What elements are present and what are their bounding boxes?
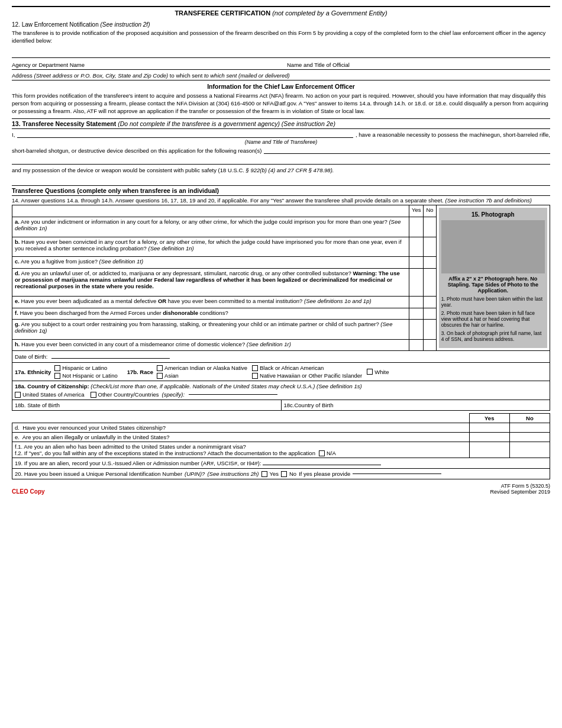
section12-label: 12. Law Enforcement Notification (See in…	[12, 21, 550, 28]
q-d-text: d. Are you an unlawful user of, or addic…	[12, 268, 409, 296]
f2-na-checkbox[interactable]	[319, 450, 325, 456]
transferee-questions-header: Transferee Questions (complete only when…	[12, 185, 550, 196]
usa-checkbox[interactable]	[15, 392, 21, 398]
q-a-text: a. Are you under indictment or informati…	[12, 217, 409, 237]
agency-field: Agency or Department Name	[12, 62, 275, 68]
q-d-no	[424, 268, 436, 296]
title-bold: TRANSFEREE CERTIFICATION	[175, 9, 270, 17]
white-checkbox[interactable]	[367, 369, 373, 375]
q-le-no	[509, 433, 550, 442]
section12-para: The transferee is to provide notificatio…	[12, 29, 550, 45]
q-f-yes	[409, 308, 424, 320]
white-checkbox-item[interactable]: White	[367, 369, 389, 375]
asian-checkbox-item[interactable]: Asian	[157, 372, 247, 379]
q-f-no	[424, 308, 436, 320]
page-title: TRANSFEREE CERTIFICATION (not completed …	[12, 6, 550, 18]
title-italic: (not completed by a Government Entity)	[272, 9, 387, 17]
q20-row: 20. Have you been issued a Unique Person…	[12, 469, 550, 479]
photo-note-2: 2. Photo must have been taken in full fa…	[441, 310, 545, 328]
no-header: No	[424, 205, 436, 217]
other-country-checkbox[interactable]	[91, 392, 96, 398]
photo-note-3: 3. On back of photograph print full name…	[441, 330, 545, 342]
address-row: Address (Street address or P.O. Box, Cit…	[12, 70, 550, 80]
q-e-no	[424, 296, 436, 308]
q-lf-yes	[469, 442, 509, 458]
cleo-copy: CLEO Copy	[12, 488, 45, 495]
q-ld-yes	[469, 423, 509, 433]
lower-questions-table: Yes No d. Have you ever renounced your U…	[12, 413, 550, 458]
q-h-yes	[409, 339, 424, 351]
info-box-para: This form provides notification of the t…	[12, 92, 550, 115]
other-country-checkbox-item[interactable]: Other Country/Countries (specify):	[91, 391, 278, 398]
section13-header: 13. Transferee Necessity Statement (Do n…	[12, 118, 550, 129]
american-indian-checkbox-item[interactable]: American Indian or Alaska Native	[157, 365, 247, 371]
q-ld-text: d. Have you ever renounced your United S…	[12, 423, 470, 433]
no-col-header: No	[509, 414, 550, 423]
atf-form-info: ATF Form 5 (5320.5) Revised September 20…	[490, 483, 550, 495]
q-c-yes	[409, 257, 424, 269]
race-checkboxes[interactable]: American Indian or Alaska Native Asian B…	[157, 365, 547, 379]
q-h-no	[424, 339, 436, 351]
q-a-yes	[409, 217, 424, 237]
q-ld-no	[509, 423, 550, 433]
citizenship-checkboxes: United States of America Other Country/C…	[15, 391, 547, 398]
black-checkbox-item[interactable]: Black or African American	[252, 365, 362, 371]
q-c-text: c. Are you a fugitive from justice? (See…	[12, 257, 409, 269]
birth-row: 18b. State of Birth 18c.Country of Birth	[12, 400, 550, 411]
q-b-yes	[409, 237, 424, 256]
q-le-text: e. Are you an alien illegally or unlawfu…	[12, 433, 470, 442]
photo-box: 15. Photograph Affix a 2" x 2" Photograp…	[439, 208, 547, 348]
info-box-title: Information for the Chief Law Enforcemen…	[12, 83, 550, 90]
q20-no-checkbox[interactable]	[281, 471, 287, 477]
q-g-yes	[409, 320, 424, 339]
yes-header: Yes	[409, 205, 424, 217]
q20-yes-checkbox[interactable]	[261, 471, 267, 477]
q-c-no	[424, 257, 436, 269]
official-field: Name and Title of Official	[287, 62, 550, 68]
native-hawaiian-checkbox[interactable]	[252, 373, 258, 379]
q-lf-text: f.1. Are you an alien who has been admit…	[12, 442, 470, 458]
table-row: e. Are you an alien illegally or unlawfu…	[12, 433, 550, 442]
name-subtitle: (Name and Title of Transferee)	[12, 139, 550, 145]
native-hawaiian-checkbox-item[interactable]: Native Hawaiian or Other Pacific Islande…	[252, 372, 362, 379]
q-a-no	[424, 217, 436, 237]
dob-row: Date of Birth:	[12, 351, 550, 363]
q-b-text: b. Have you ever been convicted in any c…	[12, 237, 409, 256]
q-e-yes	[409, 296, 424, 308]
ethnicity-row: 17a. Ethnicity Hispanic or Latino Not Hi…	[12, 363, 550, 381]
q-h-text: h. Have you ever been convicted in any c…	[12, 339, 409, 351]
asian-checkbox[interactable]	[157, 373, 163, 379]
yes-col-header: Yes	[469, 414, 509, 423]
hispanic-checkbox-item[interactable]: Hispanic or Latino	[54, 365, 117, 371]
yn-header-row: Yes No	[12, 414, 550, 423]
usa-checkbox-item[interactable]: United States of America	[15, 391, 85, 398]
american-indian-checkbox[interactable]	[157, 365, 163, 371]
hispanic-checkbox[interactable]	[54, 365, 60, 371]
table-row: d. Have you ever renounced your United S…	[12, 423, 550, 433]
black-checkbox[interactable]	[252, 365, 258, 371]
ethnicity-checkboxes[interactable]: Hispanic or Latino Not Hispanic or Latin…	[54, 365, 117, 379]
q-f-text: f. Have you been discharged from the Arm…	[12, 308, 409, 320]
q-g-no	[424, 320, 436, 339]
necessity-statement: I, , have a reasonable necessity to poss…	[12, 131, 550, 173]
agency-official-row: Agency or Department Name Name and Title…	[12, 58, 550, 70]
q-header-row: Yes No 15. Photograph Affix a 2" x 2" Ph…	[12, 205, 550, 217]
q-b-no	[424, 237, 436, 256]
q-lf-no	[509, 442, 550, 458]
q14-intro: 14. Answer questions 14.a. through 14.h.…	[12, 197, 550, 204]
q-g-text: g. Are you subject to a court order rest…	[12, 320, 409, 339]
not-hispanic-checkbox-item[interactable]: Not Hispanic or Latino	[54, 372, 117, 379]
birth-country-cell: 18c.Country of Birth	[282, 400, 550, 410]
photo-note-1: 1. Photo must have been taken within the…	[441, 296, 545, 308]
birth-state-cell: 18b. State of Birth	[12, 400, 282, 410]
table-row: f.1. Are you an alien who has been admit…	[12, 442, 550, 458]
q19-row: 19. If you are an alien, record your U.S…	[12, 458, 550, 469]
questions-table: Yes No 15. Photograph Affix a 2" x 2" Ph…	[12, 205, 550, 351]
photo-cell: 15. Photograph Affix a 2" x 2" Photograp…	[436, 205, 550, 351]
q-e-text: e. Have you ever been adjudicated as a m…	[12, 296, 409, 308]
citizenship-row: 18a. Country of Citizenship: (Check/List…	[12, 381, 550, 400]
q-le-yes	[469, 433, 509, 442]
footer-area: CLEO Copy ATF Form 5 (5320.5) Revised Se…	[12, 483, 550, 495]
q-d-yes	[409, 268, 424, 296]
not-hispanic-checkbox[interactable]	[54, 373, 60, 379]
